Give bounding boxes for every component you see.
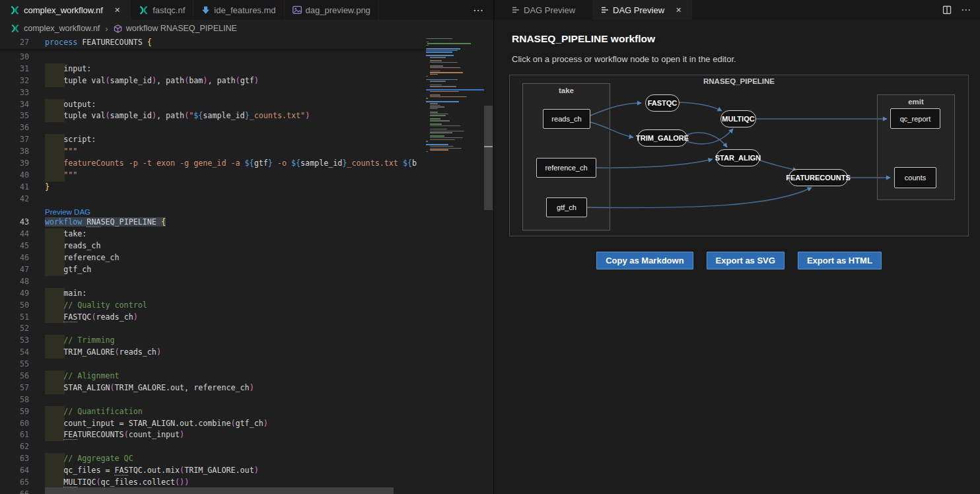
process-node-star-align[interactable]: STAR_ALIGN xyxy=(716,149,760,166)
line-number[interactable]: 43 xyxy=(0,217,29,229)
more-actions-icon[interactable]: ⋯ xyxy=(961,4,971,16)
codelens-row[interactable]: Preview DAG xyxy=(0,205,426,217)
code-line[interactable]: 33 xyxy=(0,87,426,99)
code-line[interactable]: 46 reference_ch xyxy=(0,252,426,264)
split-editor-icon[interactable] xyxy=(942,5,952,15)
channel-node-reference-ch[interactable]: reference_ch xyxy=(536,158,596,178)
channel-node-gtf-ch[interactable]: gtf_ch xyxy=(546,197,587,217)
sticky-scroll-line[interactable]: 27process FEATURECOUNTS { xyxy=(0,37,426,49)
code-line[interactable]: 60 count_input = STAR_ALIGN.out.combine(… xyxy=(0,418,426,430)
line-number[interactable]: 46 xyxy=(0,252,29,264)
tab-dag-preview-active[interactable]: DAG Preview ✕ xyxy=(593,0,692,20)
code-line[interactable]: 61 FEATURECOUNTS(count_input) xyxy=(0,429,426,441)
line-number[interactable]: 63 xyxy=(0,453,29,465)
code-line[interactable]: 42 xyxy=(0,194,426,205)
vertical-scrollbar[interactable] xyxy=(484,106,493,210)
code-line[interactable]: 40 """ xyxy=(0,170,426,182)
process-node-multiqc[interactable]: MULTIQC xyxy=(720,110,756,127)
process-node-fastqc[interactable]: FASTQC xyxy=(645,94,680,112)
code-line[interactable]: 57 STAR_ALIGN(TRIM_GALORE.out, reference… xyxy=(0,382,426,394)
code-line[interactable]: 50 // Quality control xyxy=(0,300,426,312)
code-line[interactable]: 41} xyxy=(0,182,426,194)
line-number[interactable]: 48 xyxy=(0,276,29,288)
code-line[interactable]: 62 xyxy=(0,441,426,453)
code-line[interactable]: 56 // Alignment xyxy=(0,370,426,382)
code-line[interactable]: 58 xyxy=(0,394,426,406)
export-as-html-button[interactable]: Export as HTML xyxy=(798,252,882,269)
code-line[interactable]: 53 // Trimming xyxy=(0,335,426,347)
line-number[interactable]: 42 xyxy=(0,194,29,205)
code-line[interactable]: 44 take: xyxy=(0,229,426,240)
code-line[interactable]: 45 reads_ch xyxy=(0,240,426,252)
code-line[interactable]: 64 qc_files = FASTQC.out.mix(TRIM_GALORE… xyxy=(0,465,426,477)
line-number[interactable]: 49 xyxy=(0,288,29,300)
line-number[interactable]: 34 xyxy=(0,99,29,111)
code-line[interactable]: 59 // Quantification xyxy=(0,406,426,418)
line-number[interactable]: 57 xyxy=(0,382,29,394)
channel-node-counts[interactable]: counts xyxy=(894,167,936,188)
code-line[interactable]: 52 xyxy=(0,323,426,335)
process-node-featurecounts[interactable]: FEATURECOUNTS xyxy=(788,169,848,186)
code-line[interactable]: 39 featureCounts -p -t exon -g gene_id -… xyxy=(0,158,426,170)
breadcrumb[interactable]: complex_workflow.nf › workflow RNASEQ_PI… xyxy=(0,20,494,37)
close-icon[interactable]: ✕ xyxy=(674,5,683,15)
line-number[interactable]: 64 xyxy=(0,465,29,477)
line-number[interactable]: 31 xyxy=(0,63,29,75)
line-number[interactable]: 56 xyxy=(0,370,29,382)
line-number[interactable]: 50 xyxy=(0,300,29,312)
code-editor[interactable]: 293031 input:32 tuple val(sample_id), pa… xyxy=(0,37,494,494)
horizontal-scrollbar[interactable] xyxy=(45,487,394,494)
tab-overflow-icon[interactable]: ⋯ xyxy=(462,4,494,17)
tab-dag-preview-inactive[interactable]: DAG Preview xyxy=(495,0,593,20)
code-line[interactable]: 27process FEATURECOUNTS { xyxy=(0,37,426,49)
line-number[interactable]: 59 xyxy=(0,406,29,418)
export-as-svg-button[interactable]: Export as SVG xyxy=(707,252,785,269)
line-number[interactable]: 33 xyxy=(0,87,29,99)
code-line[interactable]: 48 xyxy=(0,276,426,288)
line-number[interactable]: 61 xyxy=(0,429,29,441)
code-line[interactable]: 32 tuple val(sample_id), path(bam), path… xyxy=(0,75,426,87)
code-line[interactable]: 47 gtf_ch xyxy=(0,264,426,276)
line-number[interactable]: 41 xyxy=(0,182,29,194)
code-line[interactable]: 37 script: xyxy=(0,134,426,146)
channel-node-qc-report[interactable]: qc_report xyxy=(890,108,940,129)
code-line[interactable]: 54 TRIM_GALORE(reads_ch) xyxy=(0,347,426,359)
breadcrumb-symbol[interactable]: workflow RNASEQ_PIPELINE xyxy=(126,24,237,33)
line-number[interactable]: 51 xyxy=(0,312,29,324)
copy-as-markdown-button[interactable]: Copy as Markdown xyxy=(596,252,693,269)
tab-complex-workflow-nf[interactable]: complex_workflow.nf ✕ xyxy=(0,0,131,20)
line-number[interactable]: 38 xyxy=(0,146,29,158)
line-number[interactable]: 44 xyxy=(0,229,29,240)
line-number[interactable]: 36 xyxy=(0,122,29,134)
line-number[interactable]: 55 xyxy=(0,359,29,370)
line-number[interactable]: 53 xyxy=(0,335,29,347)
code-line[interactable]: 55 xyxy=(0,359,426,370)
breadcrumb-file[interactable]: complex_workflow.nf xyxy=(24,24,100,33)
code-line[interactable]: 35 tuple val(sample_id), path("${sample_… xyxy=(0,110,426,122)
line-number[interactable]: 39 xyxy=(0,158,29,170)
tab-dag-preview-png[interactable]: dag_preview.png xyxy=(285,0,379,20)
line-number[interactable]: 37 xyxy=(0,134,29,146)
code-line[interactable]: 36 xyxy=(0,122,426,134)
line-number[interactable]: 66 xyxy=(0,489,29,494)
process-node-trim-galore[interactable]: TRIM_GALORE xyxy=(637,129,687,147)
minimap[interactable] xyxy=(426,38,484,157)
code-line[interactable]: 63 // Aggregate QC xyxy=(0,453,426,465)
code-line[interactable]: 38 """ xyxy=(0,146,426,158)
line-number[interactable]: 27 xyxy=(0,37,29,49)
code-line[interactable]: 43workflow RNASEQ_PIPELINE { xyxy=(0,217,426,229)
code-line[interactable]: 30 xyxy=(0,52,426,63)
line-number[interactable]: 65 xyxy=(0,477,29,489)
tab-fastqc-nf[interactable]: fastqc.nf xyxy=(131,0,193,20)
code-line[interactable]: 51 FASTQC(reads_ch) xyxy=(0,312,426,324)
line-number[interactable]: 58 xyxy=(0,394,29,406)
line-number[interactable]: 47 xyxy=(0,264,29,276)
line-number[interactable]: 52 xyxy=(0,323,29,335)
code-line[interactable]: 34 output: xyxy=(0,99,426,111)
line-number[interactable]: 54 xyxy=(0,347,29,359)
line-number[interactable]: 35 xyxy=(0,110,29,122)
tab-ide-features-md[interactable]: ide_features.md xyxy=(193,0,284,20)
channel-node-reads-ch[interactable]: reads_ch xyxy=(543,109,590,129)
line-number[interactable]: 45 xyxy=(0,240,29,252)
close-icon[interactable]: ✕ xyxy=(112,5,122,15)
